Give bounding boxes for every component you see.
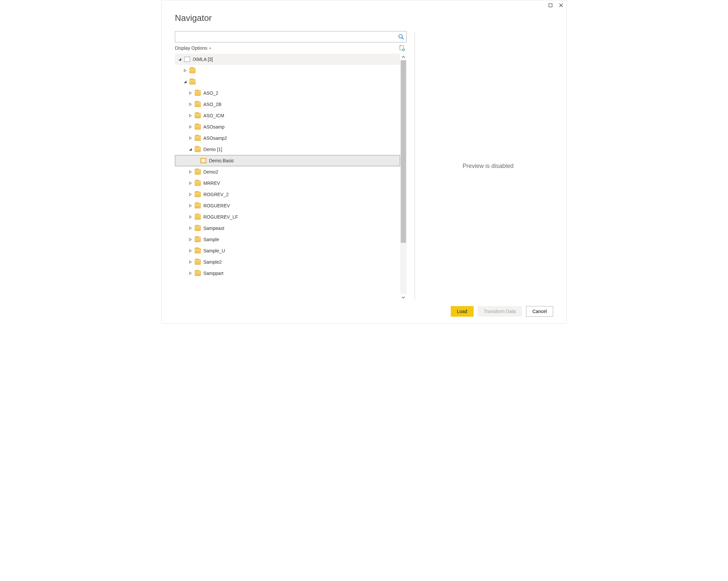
tree-item-label: ASO_2 bbox=[203, 91, 218, 96]
tree-item[interactable]: ROGUEREV bbox=[175, 200, 400, 211]
folder-icon bbox=[195, 169, 201, 175]
refresh-preview-icon[interactable] bbox=[399, 45, 405, 51]
display-options-row: Display Options ▾ bbox=[175, 43, 407, 54]
search-box[interactable] bbox=[175, 31, 407, 43]
folder-icon bbox=[195, 91, 201, 96]
tree-item[interactable]: MRREV bbox=[175, 178, 400, 189]
expander-closed-icon[interactable] bbox=[188, 204, 193, 207]
dialog-header: Navigator bbox=[162, 10, 566, 31]
tree-item-label: /XMLA [3] bbox=[193, 57, 213, 62]
svg-marker-19 bbox=[189, 193, 191, 196]
scroll-up-icon[interactable] bbox=[400, 54, 407, 60]
search-icon[interactable] bbox=[396, 34, 407, 40]
expander-closed-icon[interactable] bbox=[188, 92, 193, 95]
tree-item[interactable] bbox=[175, 65, 400, 76]
expander-closed-icon[interactable] bbox=[188, 238, 193, 241]
folder-icon bbox=[195, 214, 201, 220]
svg-marker-20 bbox=[189, 204, 191, 207]
scroll-down-icon[interactable] bbox=[400, 294, 407, 301]
folder-icon bbox=[195, 113, 201, 118]
tree-item[interactable]: ASOsamp bbox=[175, 121, 400, 132]
dialog-title: Navigator bbox=[175, 13, 553, 23]
tree-item[interactable] bbox=[175, 76, 400, 87]
expander-closed-icon[interactable] bbox=[188, 272, 193, 275]
search-input[interactable] bbox=[175, 31, 396, 42]
cube-icon bbox=[200, 158, 206, 163]
pane-divider bbox=[415, 32, 415, 299]
tree-item[interactable]: Sampeast bbox=[175, 223, 400, 234]
tree-item[interactable]: Sample bbox=[175, 234, 400, 245]
navigator-tree: /XMLA [3]ASO_2ASO_2BASO_ICMASOsampASOsam… bbox=[175, 54, 407, 301]
navigator-dialog: Navigator Display Options ▾ bbox=[161, 0, 567, 324]
tree-item[interactable]: ROGUEREV_LF bbox=[175, 211, 400, 223]
expander-closed-icon[interactable] bbox=[188, 193, 193, 196]
tree-item-label: ASOsamp2 bbox=[203, 135, 227, 141]
tree-item[interactable]: ASOsamp2 bbox=[175, 132, 400, 144]
folder-icon bbox=[195, 259, 201, 265]
tree-item[interactable]: Demo.Basic bbox=[175, 155, 400, 166]
folder-icon bbox=[189, 68, 196, 73]
tree-item[interactable]: Demo [1] bbox=[175, 144, 400, 155]
svg-marker-21 bbox=[189, 216, 191, 218]
svg-marker-26 bbox=[189, 272, 191, 275]
tree-item-label: ASO_ICM bbox=[203, 113, 224, 118]
chevron-down-icon: ▾ bbox=[209, 46, 211, 50]
tree-item[interactable]: Sample2 bbox=[175, 256, 400, 268]
tree-item[interactable]: Samppart bbox=[175, 268, 400, 279]
expander-open-icon[interactable] bbox=[178, 58, 182, 61]
scrollbar[interactable] bbox=[400, 54, 407, 301]
expander-closed-icon[interactable] bbox=[188, 215, 193, 219]
expander-closed-icon[interactable] bbox=[188, 125, 193, 128]
svg-marker-8 bbox=[179, 58, 181, 60]
expander-open-icon[interactable] bbox=[188, 148, 193, 151]
tree-item-label: ROGREV_2 bbox=[203, 192, 229, 197]
tree-item[interactable]: ASO_2 bbox=[175, 87, 400, 99]
svg-marker-16 bbox=[189, 148, 192, 151]
expander-closed-icon[interactable] bbox=[188, 114, 193, 117]
svg-rect-0 bbox=[549, 4, 552, 7]
expander-closed-icon[interactable] bbox=[188, 103, 193, 106]
svg-marker-14 bbox=[189, 126, 191, 128]
dialog-footer: Load Transform Data Cancel bbox=[162, 301, 566, 323]
tree-item-label: MRREV bbox=[203, 180, 220, 186]
expander-closed-icon[interactable] bbox=[188, 260, 193, 264]
tree-item[interactable]: Sample_U bbox=[175, 245, 400, 256]
cancel-button[interactable]: Cancel bbox=[526, 306, 553, 317]
folder-icon bbox=[195, 271, 201, 276]
tree-item-label: Demo [1] bbox=[203, 147, 222, 152]
expander-open-icon[interactable] bbox=[183, 80, 187, 83]
tree-item[interactable]: Demo2 bbox=[175, 166, 400, 178]
expander-closed-icon[interactable] bbox=[183, 69, 187, 72]
tree-item-label: Demo2 bbox=[203, 169, 218, 175]
folder-icon bbox=[195, 147, 201, 152]
svg-marker-9 bbox=[184, 69, 186, 72]
load-button[interactable]: Load bbox=[451, 306, 474, 317]
tree-item-label: ASO_2B bbox=[203, 102, 221, 107]
display-options-label: Display Options bbox=[175, 45, 207, 51]
expander-closed-icon[interactable] bbox=[188, 181, 193, 185]
svg-marker-22 bbox=[189, 227, 191, 230]
expander-closed-icon[interactable] bbox=[188, 249, 193, 252]
tree-item[interactable]: ROGREV_2 bbox=[175, 189, 400, 200]
expander-closed-icon[interactable] bbox=[188, 170, 193, 174]
folder-icon bbox=[195, 102, 201, 107]
close-icon[interactable] bbox=[558, 3, 564, 8]
tree-item-label: Sample bbox=[203, 237, 219, 242]
svg-marker-10 bbox=[184, 80, 186, 83]
tree-root[interactable]: /XMLA [3] bbox=[175, 54, 400, 65]
tree-item[interactable]: ASO_ICM bbox=[175, 110, 400, 121]
tree-item-label: Sampeast bbox=[203, 226, 224, 231]
expander-closed-icon[interactable] bbox=[188, 136, 193, 140]
tree-item-label: ASOsamp bbox=[203, 124, 225, 129]
folder-icon bbox=[195, 192, 201, 197]
svg-marker-15 bbox=[189, 137, 191, 140]
tree-scroll-area[interactable]: /XMLA [3]ASO_2ASO_2BASO_ICMASOsampASOsam… bbox=[175, 54, 400, 301]
scrollbar-thumb[interactable] bbox=[401, 60, 406, 243]
display-options-dropdown[interactable]: Display Options ▾ bbox=[175, 45, 211, 51]
folder-icon bbox=[195, 124, 201, 129]
scrollbar-track[interactable] bbox=[400, 60, 407, 294]
svg-marker-25 bbox=[189, 261, 191, 263]
tree-item[interactable]: ASO_2B bbox=[175, 99, 400, 110]
expander-closed-icon[interactable] bbox=[188, 227, 193, 230]
maximize-icon[interactable] bbox=[548, 3, 553, 8]
